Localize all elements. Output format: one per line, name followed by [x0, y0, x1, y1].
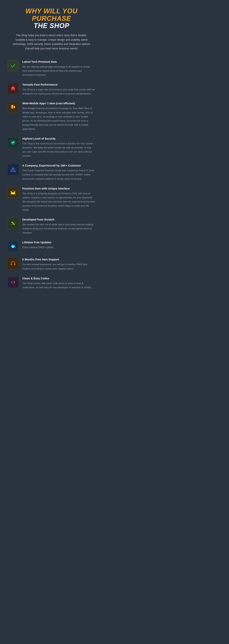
main-title: WHY WILL YOU PURCHASE THE SHOP — [11, 8, 92, 30]
feature-desc-premium: The Shop is a uniquely designed eCommerc… — [22, 192, 96, 212]
feature-title-fast-performance: Tornado Fast Performance — [22, 83, 96, 86]
svg-point-13 — [15, 191, 16, 192]
feature-desc-company: This Super Powerful Premium Script was c… — [22, 168, 96, 181]
feature-content-scratch: Developed from Scratch We created this i… — [22, 218, 96, 235]
feature-item-web-mobile: Web+Mobile App= 1 item (cost efficient) … — [8, 102, 96, 131]
svg-rect-2 — [12, 106, 13, 108]
feature-desc-web-mobile: Best Budget Friendly eCommerce Package f… — [22, 106, 96, 131]
svg-line-15 — [14, 222, 15, 223]
feature-content-premium: Premium Item with Unique Interface The S… — [22, 187, 96, 212]
feature-title-security: Highest Level of Security — [22, 137, 96, 140]
svg-point-12 — [13, 190, 13, 191]
feature-desc-updates: Enjoy Lifetime FREE Update. — [22, 245, 96, 250]
feature-title-premium: Premium Item with Unique Interface — [22, 187, 96, 190]
feature-desc-security: The Shop is the most secure eCommerce So… — [22, 142, 96, 158]
feature-item-company: A Company, Experienced by 16K+ Customer … — [8, 164, 96, 181]
feature-content-updates: Lifetime Free Updates Enjoy Lifetime FRE… — [22, 241, 96, 250]
feature-item-scratch: Developed from Scratch We created this i… — [8, 218, 96, 235]
feature-desc-latest-tech: We are utilizing cutting-edge technology… — [22, 65, 96, 77]
feature-title-code: Clean & Easy Codes — [22, 277, 96, 280]
feature-item-latest-tech: Latest Tech Premium Item We are utilizin… — [8, 60, 96, 77]
feature-content-fast-performance: Tornado Fast Performance The Shop is a s… — [22, 83, 96, 96]
svg-point-9 — [13, 170, 13, 171]
feature-title-latest-tech: Latest Tech Premium Item — [22, 60, 96, 63]
svg-point-3 — [12, 108, 13, 108]
svg-rect-17 — [14, 264, 15, 265]
feature-item-code: Clean & Easy Codes The Shop comes with c… — [8, 277, 96, 290]
feature-icon-company — [8, 164, 19, 175]
feature-content-code: Clean & Easy Codes The Shop comes with c… — [22, 277, 96, 290]
svg-rect-10 — [11, 194, 15, 194]
svg-rect-16 — [11, 264, 12, 265]
feature-icon-code — [8, 277, 19, 288]
feature-content-latest-tech: Latest Tech Premium Item We are utilizin… — [22, 60, 96, 77]
feature-icon-security — [8, 137, 19, 148]
feature-desc-support: For item related assistance, you will ge… — [22, 262, 96, 270]
feature-title-web-mobile: Web+Mobile App= 1 item (cost efficient) — [22, 102, 96, 105]
feature-content-company: A Company, Experienced by 16K+ Customer … — [22, 164, 96, 181]
feature-icon-fast-performance — [8, 83, 19, 94]
feature-item-support: 6 Months Free Item Support For item rela… — [8, 258, 96, 270]
feature-item-premium: Premium Item with Unique Interface The S… — [8, 187, 96, 212]
feature-icon-premium — [8, 187, 19, 198]
feature-content-security: Highest Level of Security The Shop is th… — [22, 137, 96, 158]
feature-icon-scratch — [8, 218, 19, 229]
feature-item-updates: Lifetime Free Updates Enjoy Lifetime FRE… — [8, 241, 96, 252]
feature-icon-web-mobile — [8, 102, 19, 113]
svg-point-11 — [11, 191, 11, 192]
feature-title-company: A Company, Experienced by 16K+ Customer — [22, 164, 96, 167]
feature-desc-scratch: We created this item out of white space … — [22, 222, 96, 235]
svg-rect-5 — [14, 106, 15, 108]
feature-icon-updates — [8, 241, 19, 252]
title-line2: THE SHOP — [11, 22, 92, 30]
feature-desc-fast-performance: The Shop is a super fast eCommerce php s… — [22, 88, 96, 96]
feature-item-security: Highest Level of Security The Shop is th… — [8, 137, 96, 158]
feature-icon-support — [8, 258, 19, 269]
feature-desc-code: The Shop comes with clean code which is … — [22, 281, 96, 290]
feature-content-web-mobile: Web+Mobile App= 1 item (cost efficient) … — [22, 102, 96, 131]
header-section: WHY WILL YOU PURCHASE THE SHOP The Shop … — [0, 0, 103, 56]
title-line1: WHY WILL YOU PURCHASE — [26, 7, 78, 22]
feature-title-updates: Lifetime Free Updates — [22, 241, 96, 244]
feature-item-fast-performance: Tornado Fast Performance The Shop is a s… — [8, 83, 96, 96]
feature-title-scratch: Developed from Scratch — [22, 218, 96, 221]
svg-point-0 — [13, 88, 14, 88]
feature-icon-latest-tech — [8, 60, 19, 71]
subtitle-text: The Shop helps you build a robust online… — [11, 33, 92, 51]
feature-content-support: 6 Months Free Item Support For item rela… — [22, 258, 96, 270]
feature-title-support: 6 Months Free Item Support — [22, 258, 96, 261]
features-section: Latest Tech Premium Item We are utilizin… — [0, 56, 103, 303]
